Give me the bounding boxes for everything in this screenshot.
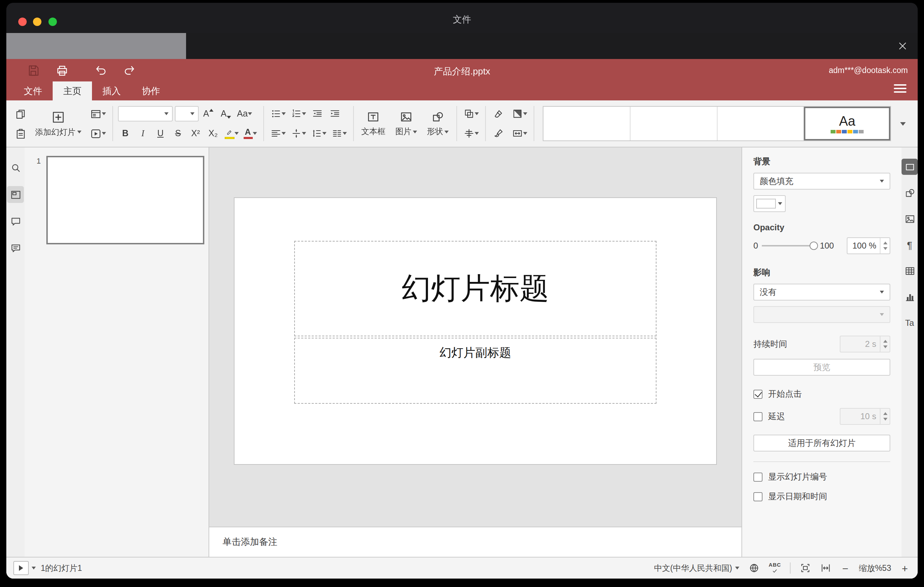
decrease-indent-button[interactable] xyxy=(309,106,325,122)
add-slide-button[interactable]: 添加幻灯片 xyxy=(30,101,86,147)
slide-settings-tab[interactable] xyxy=(901,159,918,175)
spinner-buttons[interactable] xyxy=(880,238,889,254)
bullets-button[interactable] xyxy=(269,106,287,122)
show-slide-number-checkbox[interactable] xyxy=(753,473,762,481)
zoom-out-icon[interactable]: − xyxy=(841,563,850,573)
insert-textbox-button[interactable]: 文本框 xyxy=(356,101,390,147)
subscript-button[interactable]: X₂ xyxy=(205,126,221,141)
duration-input[interactable]: 2 s xyxy=(840,336,890,353)
color-scheme-button[interactable] xyxy=(510,106,529,122)
title-placeholder[interactable]: 幻灯片标题 xyxy=(294,241,657,336)
opacity-value-input[interactable]: 100 % xyxy=(847,237,890,254)
redo-icon[interactable] xyxy=(122,63,136,77)
slide-layout-button[interactable] xyxy=(88,106,107,122)
font-color-button[interactable]: A xyxy=(242,126,258,141)
fit-slide-icon[interactable] xyxy=(800,562,811,574)
close-icon[interactable] xyxy=(894,37,911,54)
font-name-select[interactable] xyxy=(117,106,172,122)
menu-icon[interactable] xyxy=(894,82,906,95)
preview-button[interactable]: 预览 xyxy=(753,359,890,376)
zoom-in-icon[interactable]: + xyxy=(900,563,909,573)
chart-settings-tab[interactable] xyxy=(901,289,918,305)
slide[interactable]: 幻灯片标题 幻灯片副标题 xyxy=(234,197,717,465)
columns-button[interactable] xyxy=(330,126,348,141)
comments-panel-icon[interactable] xyxy=(7,213,24,229)
copy-style-button[interactable] xyxy=(491,126,506,141)
apply-to-all-slides-button[interactable]: 适用于所有幻灯片 xyxy=(753,435,890,452)
vertical-align-button[interactable] xyxy=(289,126,307,141)
undo-icon[interactable] xyxy=(93,63,107,77)
theme-gallery-expand-button[interactable] xyxy=(894,106,912,141)
theme-item-selected[interactable]: Aa xyxy=(804,107,891,140)
copy-button[interactable] xyxy=(13,106,28,122)
save-icon[interactable] xyxy=(26,63,40,77)
fit-width-icon[interactable] xyxy=(820,562,832,574)
print-icon[interactable] xyxy=(55,63,69,77)
start-slideshow-button[interactable] xyxy=(88,126,107,141)
image-settings-tab[interactable] xyxy=(901,211,918,227)
tab-collaboration[interactable]: 协作 xyxy=(131,81,171,101)
search-icon[interactable] xyxy=(7,159,24,176)
tab-file[interactable]: 文件 xyxy=(13,81,53,101)
insert-image-button[interactable]: 图片 xyxy=(390,101,422,147)
spinner-buttons[interactable] xyxy=(880,336,889,352)
numbering-button[interactable] xyxy=(289,106,307,122)
strikethrough-button[interactable]: S xyxy=(170,126,186,141)
theme-item[interactable] xyxy=(717,107,804,140)
slides-panel-icon[interactable] xyxy=(7,186,24,203)
notes-area[interactable]: 单击添加备注 xyxy=(209,527,741,557)
tab-insert[interactable]: 插入 xyxy=(92,81,131,101)
subtitle-placeholder[interactable]: 幻灯片副标题 xyxy=(294,338,657,404)
opacity-slider[interactable] xyxy=(761,241,816,251)
paste-button[interactable] xyxy=(13,126,28,141)
set-language-icon[interactable] xyxy=(748,562,759,574)
start-on-click-checkbox[interactable] xyxy=(753,390,762,399)
insert-shape-button[interactable]: 形状 xyxy=(422,101,454,147)
increase-indent-button[interactable] xyxy=(327,106,342,122)
bold-button[interactable]: B xyxy=(117,126,133,141)
language-select[interactable]: 中文(中华人民共和国) xyxy=(654,563,739,573)
show-date-checkbox[interactable] xyxy=(753,492,762,501)
spinner-down-icon[interactable] xyxy=(883,345,887,348)
spinner-up-icon[interactable] xyxy=(883,242,887,244)
spellcheck-icon[interactable]: ABC xyxy=(769,563,781,574)
fill-type-select[interactable]: 颜色填充 xyxy=(753,173,890,190)
tab-home[interactable]: 主页 xyxy=(53,81,92,101)
table-settings-tab[interactable] xyxy=(901,262,918,279)
chevron-down-icon[interactable] xyxy=(31,567,36,569)
font-size-select[interactable] xyxy=(175,106,198,122)
effect-type-select[interactable] xyxy=(753,306,890,323)
slide-thumbnail[interactable] xyxy=(46,156,204,244)
clear-style-button[interactable] xyxy=(491,106,506,122)
underline-button[interactable]: U xyxy=(153,126,168,141)
slide-canvas[interactable]: 幻灯片标题 幻灯片副标题 xyxy=(209,147,741,527)
theme-item[interactable] xyxy=(543,107,630,140)
fill-color-select[interactable] xyxy=(753,195,786,212)
increase-font-button[interactable]: A xyxy=(200,106,216,122)
spinner-up-icon[interactable] xyxy=(883,340,887,343)
start-slideshow-icon[interactable] xyxy=(13,561,29,575)
delay-input[interactable]: 10 s xyxy=(840,408,890,425)
highlight-color-button[interactable] xyxy=(223,126,240,141)
feedback-panel-icon[interactable] xyxy=(7,239,24,256)
spinner-down-icon[interactable] xyxy=(883,418,887,420)
effect-select[interactable]: 没有 xyxy=(753,284,890,300)
horizontal-align-button[interactable] xyxy=(269,126,287,141)
spinner-up-icon[interactable] xyxy=(883,412,887,415)
delay-checkbox[interactable] xyxy=(753,412,762,421)
align-shapes-button[interactable] xyxy=(462,126,480,141)
italic-button[interactable]: I xyxy=(135,126,150,141)
arrange-shapes-button[interactable] xyxy=(462,106,480,122)
decrease-font-button[interactable]: A xyxy=(218,106,233,122)
theme-item[interactable] xyxy=(630,107,718,140)
paragraph-settings-tab[interactable]: ¶ xyxy=(901,237,918,253)
spinner-buttons[interactable] xyxy=(880,409,889,424)
textart-settings-tab[interactable]: Ta xyxy=(901,315,918,331)
change-case-button[interactable]: Aa xyxy=(236,106,254,122)
spinner-down-icon[interactable] xyxy=(883,247,887,250)
shape-settings-tab[interactable] xyxy=(901,185,918,201)
slide-size-button[interactable] xyxy=(510,126,529,141)
line-spacing-button[interactable] xyxy=(309,126,328,141)
slider-knob[interactable] xyxy=(809,242,818,250)
superscript-button[interactable]: X² xyxy=(188,126,203,141)
